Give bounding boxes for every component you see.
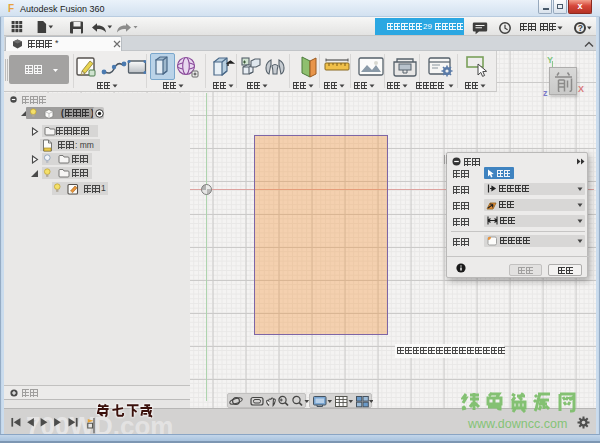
svg-text:?: ? xyxy=(578,23,583,33)
